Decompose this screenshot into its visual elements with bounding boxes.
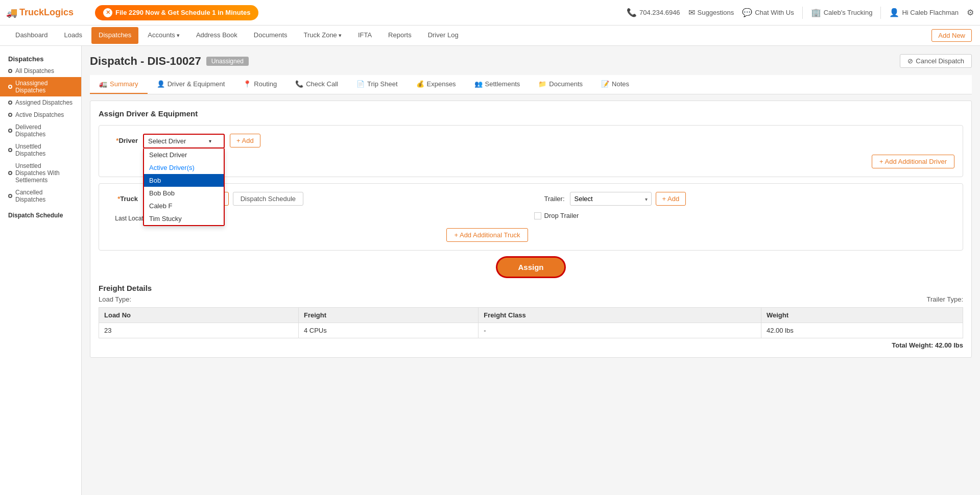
add-additional-truck-button[interactable]: + Add Additional Truck [446,228,528,242]
nav-driver-log[interactable]: Driver Log [421,27,466,44]
nav-dashboard[interactable]: Dashboard [8,27,55,44]
sidebar-item-unsettled[interactable]: Unsettled Dispatches [0,140,81,160]
nav-dispatches[interactable]: Dispatches [91,27,138,44]
dispatch-schedule-button[interactable]: Dispatch Schedule [233,192,303,206]
dot-icon [8,113,12,117]
sidebar-item-unassigned[interactable]: Unassigned Dispatches [0,77,81,96]
assign-section: *Driver Select Driver ▾ Select Driver Ac… [99,125,963,177]
suggestions-item[interactable]: ✉ Suggestions [688,8,734,17]
drop-trailer-row: Drop Trailer [534,212,955,219]
tab-routing[interactable]: 📍 Routing [234,75,286,94]
trip-sheet-icon: 📄 [356,80,365,88]
sidebar-item-active[interactable]: Active Dispatches [0,109,81,121]
tab-notes[interactable]: 📝 Notes [592,75,638,94]
driver-dropdown: Select Driver ▾ Select Driver Active Dri… [143,134,225,148]
tab-summary[interactable]: 🚛 Summary [90,75,148,94]
total-weight-row: Total Weight: 42.00 lbs [99,341,963,349]
page-header: Dispatch - DIS-10027 Unassigned ⊘ Cancel… [90,54,972,68]
top-bar: 🚚 TruckLogics ✕ File 2290 Now & Get Sche… [0,0,980,26]
driver-option-active-drivers: Active Driver(s) [144,161,224,174]
sidebar-item-delivered[interactable]: Delivered Dispatches [0,121,81,140]
tab-settlements[interactable]: 👥 Settlements [465,75,530,94]
sidebar: Dispatches All Dispatches Unassigned Dis… [0,46,82,495]
freight-title: Freight Details [99,284,963,292]
driver-dropdown-trigger[interactable]: Select Driver ▾ [143,134,225,148]
tab-trip-sheet[interactable]: 📄 Trip Sheet [347,75,407,94]
driver-dropdown-list: Select Driver Active Driver(s) Bob Bob B… [143,148,225,226]
add-additional-truck-row: + Add Additional Truck [107,228,528,242]
driver-option-bob-bob[interactable]: Bob Bob [144,187,224,200]
nav-reports[interactable]: Reports [381,27,419,44]
driver-option-tim-stucky[interactable]: Tim Stucky [144,212,224,225]
driver-option-caleb-f[interactable]: Caleb F [144,200,224,212]
main-layout: Dispatches All Dispatches Unassigned Dis… [0,46,980,495]
sidebar-item-all-dispatches[interactable]: All Dispatches [0,65,81,77]
sidebar-item-unsettled-settlements[interactable]: Unsettled Dispatches With Settlements [0,160,81,186]
add-new-button[interactable]: Add New [931,29,972,42]
truck-label: *Truck [107,192,138,203]
nav-truck-zone[interactable]: Truck Zone [297,27,349,44]
trailer-select[interactable]: Select [570,192,652,206]
add-additional-driver-row: + Add Additional Driver [107,155,954,168]
assign-button[interactable]: Assign [497,258,564,277]
divider [802,7,803,19]
suggestions-icon: ✉ [688,8,695,17]
tab-expenses[interactable]: 💰 Expenses [407,75,465,94]
truck-trailer-cols: *Truck ✏ + Add Dispatch Schedule Last Lo… [107,192,954,242]
nav-accounts[interactable]: Accounts [140,27,187,44]
page-title-row: Dispatch - DIS-10027 Unassigned [90,55,249,68]
nav-loads[interactable]: Loads [57,27,89,44]
chat-item[interactable]: 💬 Chat With Us [742,8,794,17]
load-type-row: Load Type: Trailer Type: [99,295,963,303]
nav-documents[interactable]: Documents [247,27,295,44]
company-item[interactable]: 🏢 Caleb's Trucking [811,8,873,17]
col-load-no: Load No [99,308,299,323]
settlements-icon: 👥 [474,80,483,88]
phone-item[interactable]: 📞 704.234.6946 [627,8,680,17]
notes-icon: 📝 [601,80,609,88]
assign-section-title: Assign Driver & Equipment [99,109,963,118]
user-icon: 👤 [889,8,899,17]
truck-trailer-section: *Truck ✏ + Add Dispatch Schedule Last Lo… [99,183,963,251]
trailer-type-label: Trailer Type: [926,295,963,303]
dot-icon [8,148,12,152]
trailer-row: Trailer: Select ▾ + Add [534,192,955,206]
driver-add-button[interactable]: + Add [230,134,260,147]
dot-icon [8,85,12,89]
gear-icon[interactable]: ⚙ [967,8,974,17]
sidebar-dispatch-schedule[interactable]: Dispatch Schedule [0,208,81,221]
tab-driver-equipment[interactable]: 👤 Driver & Equipment [148,75,234,94]
drop-trailer-label: Drop Trailer [544,212,579,219]
col-weight: Weight [761,308,963,323]
sidebar-item-assigned[interactable]: Assigned Dispatches [0,96,81,109]
driver-option-bob[interactable]: Bob [144,174,224,187]
logo[interactable]: 🚚 TruckLogics [6,7,74,18]
top-right: 📞 704.234.6946 ✉ Suggestions 💬 Chat With… [627,7,974,19]
cancel-icon: ⊘ [907,57,913,65]
total-weight-label: Total Weight: [892,341,933,349]
freight-table: Load No Freight Freight Class Weight 23 … [99,307,963,338]
cancel-dispatch-button[interactable]: ⊘ Cancel Dispatch [900,54,972,68]
company-icon: 🏢 [811,8,821,17]
cell-load-no: 23 [99,323,299,338]
status-badge: Unassigned [206,57,249,66]
add-additional-driver-button[interactable]: + Add Additional Driver [872,155,954,168]
tab-documents[interactable]: 📁 Documents [529,75,592,94]
cell-freight-class: - [479,323,761,338]
driver-option-select-driver[interactable]: Select Driver [144,148,224,161]
chat-icon: 💬 [742,8,752,17]
tab-check-call[interactable]: 📞 Check Call [286,75,347,94]
user-item[interactable]: 👤 Hi Caleb Flachman [889,8,959,17]
tabs: 🚛 Summary 👤 Driver & Equipment 📍 Routing… [90,75,972,94]
drop-trailer-checkbox[interactable] [534,212,541,219]
col-freight-class: Freight Class [479,308,761,323]
trailer-add-button[interactable]: + Add [656,192,686,206]
promo-button[interactable]: ✕ File 2290 Now & Get Schedule 1 in Minu… [95,5,258,20]
dropdown-arrow-icon: ▾ [209,138,211,144]
sidebar-item-cancelled[interactable]: Cancelled Dispatches [0,186,81,206]
nav-bar: Dashboard Loads Dispatches Accounts Addr… [0,26,980,46]
nav-address-book[interactable]: Address Book [189,27,245,44]
nav-ifta[interactable]: IFTA [351,27,379,44]
driver-icon: 👤 [157,80,165,88]
routing-icon: 📍 [243,80,251,88]
